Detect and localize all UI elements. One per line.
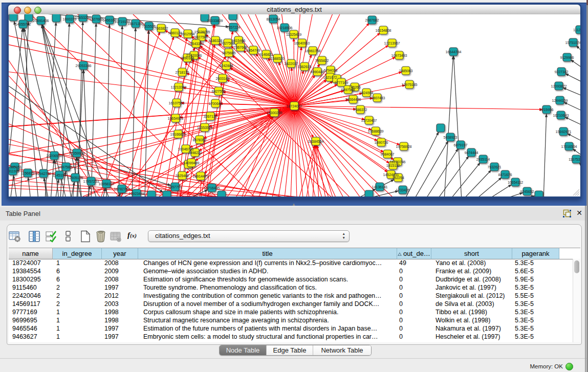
table-cell[interactable]: 49 bbox=[399, 259, 430, 267]
table-cell[interactable]: 1997 bbox=[104, 283, 137, 292]
table-row[interactable]: 946362711997Embryonic stem cells: a mode… bbox=[9, 333, 572, 341]
column-header-in_degree[interactable]: in_degree bbox=[53, 248, 102, 259]
graph-node-teal[interactable] bbox=[147, 191, 156, 196]
table-cell[interactable]: 6 bbox=[56, 267, 101, 275]
table-settings-icon[interactable] bbox=[9, 230, 21, 243]
table-cell[interactable]: 1 bbox=[56, 316, 101, 324]
table-cell[interactable]: 5.5E-5 bbox=[515, 292, 558, 300]
table-cell[interactable]: Estimation of significance thresholds fo… bbox=[143, 275, 396, 283]
graph-node-teal[interactable] bbox=[217, 191, 226, 196]
table-cell[interactable]: Stergiakouli et al. (2012) bbox=[435, 292, 511, 300]
table-cell[interactable]: 9465546 bbox=[12, 324, 52, 333]
window-titlebar[interactable]: citations_edges.txt bbox=[8, 5, 580, 15]
table-cell[interactable]: Hescheler et al. (1997) bbox=[435, 333, 511, 341]
close-panel-icon[interactable]: ✕ bbox=[575, 209, 583, 217]
table-cell[interactable]: Nakamura et al. (1997) bbox=[435, 324, 511, 333]
column-header-out_de[interactable]: out_de… bbox=[397, 248, 431, 259]
table-cell[interactable]: Genome–wide association studies in ADHD. bbox=[143, 267, 396, 275]
table-cell[interactable]: 5.3E-5 bbox=[515, 308, 558, 316]
table-cell[interactable]: 0 bbox=[399, 267, 430, 275]
citation-network-graph[interactable]: 1405571220691406169337910653257152760264… bbox=[9, 14, 580, 196]
tab-node-table[interactable]: Node Table bbox=[220, 345, 266, 355]
table-cell[interactable]: 0 bbox=[399, 333, 430, 341]
table-cell[interactable]: Franke et al. (2009) bbox=[435, 267, 511, 275]
window-resize-grip-icon[interactable] bbox=[572, 188, 579, 195]
table-cell[interactable]: Disruption of a novel member of a sodium… bbox=[143, 300, 396, 308]
table-cell[interactable]: Embryonic stem cells: a model to study s… bbox=[143, 333, 396, 341]
table-row[interactable]: 1456911722003Disruption of a novel membe… bbox=[9, 300, 572, 308]
table-cell[interactable]: 5.3E-5 bbox=[515, 324, 558, 333]
table-cell[interactable]: 0 bbox=[399, 308, 430, 316]
graph-node-teal[interactable] bbox=[365, 190, 373, 196]
table-cell[interactable]: 9115460 bbox=[12, 283, 52, 292]
new-document-icon[interactable] bbox=[79, 230, 92, 243]
table-cell[interactable]: 5.6E-5 bbox=[515, 267, 558, 275]
table-cell[interactable]: 2008 bbox=[104, 259, 137, 267]
column-header-year[interactable]: year bbox=[102, 248, 138, 259]
table-cell[interactable]: 5.9E-5 bbox=[515, 275, 558, 283]
network-canvas[interactable]: 1405571220691406169337910653257152760264… bbox=[9, 14, 580, 196]
table-cell[interactable]: Corpus callosum shape and size in male p… bbox=[143, 308, 396, 316]
table-cell[interactable]: Wolkin et al. (1998) bbox=[435, 316, 511, 324]
table-row[interactable]: 977716911998Corpus callosum shape and si… bbox=[9, 308, 572, 316]
table-cell[interactable]: 0 bbox=[399, 300, 430, 308]
table-cell[interactable]: Structural magnetic resonance image aver… bbox=[143, 316, 396, 324]
column-header-pagerank[interactable]: pagerank bbox=[512, 248, 559, 259]
table-cell[interactable]: 5.3E-5 bbox=[515, 259, 558, 267]
table-cell[interactable]: 5.3E-5 bbox=[515, 283, 558, 292]
table-cell[interactable]: Tourette syndrome. Phenomenology and cla… bbox=[143, 283, 396, 292]
graph-node-teal[interactable] bbox=[437, 124, 445, 132]
table-cell[interactable]: 1 bbox=[56, 259, 101, 267]
table-row[interactable]: 1872400712008Changes of HCN gene express… bbox=[9, 259, 572, 267]
table-cell[interactable]: 2 bbox=[56, 283, 101, 292]
table-cell[interactable]: 2 bbox=[56, 292, 101, 300]
table-cell[interactable]: 6 bbox=[56, 275, 101, 283]
table-row[interactable]: 969969511998Structural magnetic resonanc… bbox=[9, 316, 572, 324]
table-cell[interactable]: 1998 bbox=[104, 308, 137, 316]
table-cell[interactable]: 0 bbox=[399, 275, 430, 283]
column-header-name[interactable]: name bbox=[9, 248, 53, 259]
table-source-dropdown[interactable]: citations_edges.txt ▲▼ bbox=[148, 230, 350, 242]
graph-node-teal[interactable] bbox=[535, 191, 543, 196]
table-cell[interactable]: 19384554 bbox=[12, 267, 52, 275]
table-cell[interactable]: 1997 bbox=[104, 324, 137, 333]
table-row[interactable]: 946554611997Estimation of the future num… bbox=[9, 324, 572, 333]
table-cell[interactable]: Jankovic et al. (1997) bbox=[435, 283, 511, 292]
table-cell[interactable]: 1 bbox=[56, 308, 101, 316]
table-cell[interactable]: 0 bbox=[399, 292, 430, 300]
table-cell[interactable]: 1 bbox=[56, 324, 101, 333]
table-cell[interactable]: de Silva et al. (2003) bbox=[435, 300, 511, 308]
table-cell[interactable]: 0 bbox=[399, 324, 430, 333]
merge-tables-icon[interactable] bbox=[62, 230, 74, 243]
table-cell[interactable]: 2009 bbox=[104, 267, 137, 275]
table-cell[interactable]: 0 bbox=[399, 316, 430, 324]
table-cell[interactable]: 18300295 bbox=[12, 275, 52, 283]
table-row[interactable]: 911546021997Tourette syndrome. Phenomeno… bbox=[9, 283, 572, 292]
table-cell[interactable]: 2 bbox=[56, 300, 101, 308]
column-header-short[interactable]: short bbox=[431, 248, 512, 259]
graph-node-teal[interactable] bbox=[52, 14, 60, 22]
table-row[interactable]: 2242004622012Investigating the contribut… bbox=[9, 292, 572, 300]
graph-node-teal[interactable] bbox=[229, 14, 237, 20]
table-row[interactable]: 1938455462009Genome–wide association stu… bbox=[9, 267, 572, 275]
table-cell[interactable]: 1 bbox=[56, 333, 101, 341]
graph-node-teal[interactable] bbox=[9, 14, 17, 21]
delete-trash-icon[interactable] bbox=[95, 230, 107, 243]
table-cell[interactable]: 2008 bbox=[104, 275, 137, 283]
table-cell[interactable]: 0 bbox=[399, 283, 430, 292]
table-cell[interactable]: 22420046 bbox=[12, 292, 52, 300]
table-cell[interactable]: 9463627 bbox=[12, 333, 52, 341]
table-cell[interactable]: 5.3E-5 bbox=[515, 316, 558, 324]
table-row[interactable]: 1830029562008Estimation of significance … bbox=[9, 275, 572, 283]
tab-edge-table[interactable]: Edge Table bbox=[267, 345, 313, 355]
table-cell[interactable]: 14569117 bbox=[12, 300, 52, 308]
table-cell[interactable]: 5.3E-5 bbox=[515, 333, 558, 341]
function-fx-icon[interactable]: f(x) bbox=[127, 231, 141, 242]
table-cell[interactable]: Dudbridge et al. (2008) bbox=[435, 275, 511, 283]
table-cell[interactable]: Investigating the contribution of common… bbox=[143, 292, 396, 300]
table-cell[interactable]: 2003 bbox=[104, 300, 137, 308]
table-cell[interactable]: Yano et al. (2008) bbox=[435, 259, 511, 267]
table-cell[interactable]: 9699695 bbox=[12, 316, 52, 324]
select-rows-icon[interactable] bbox=[45, 230, 57, 243]
column-header-title[interactable]: title bbox=[138, 248, 397, 259]
